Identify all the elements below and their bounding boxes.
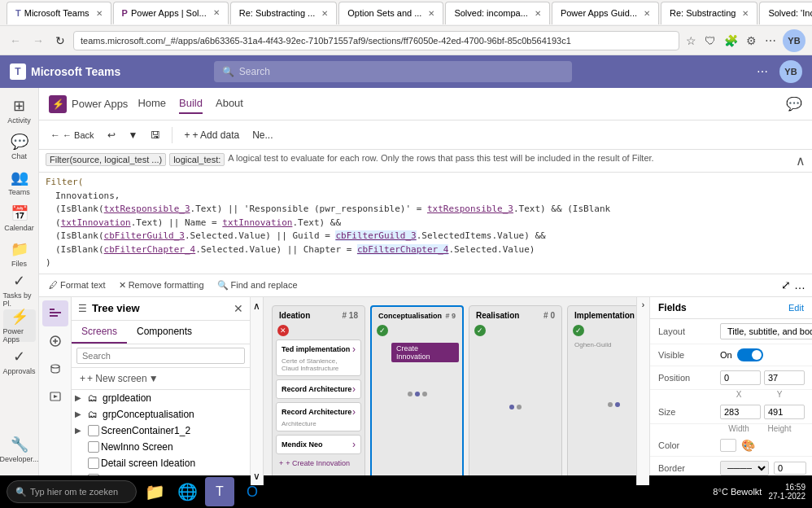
app-sidebar-insert[interactable] (42, 328, 68, 354)
tree-toggle-icon[interactable]: ▶ (75, 426, 86, 435)
create-innovation-mini[interactable]: Create Innovation (391, 343, 459, 362)
filter-collapse-btn[interactable]: ∧ (796, 153, 805, 169)
browser-tab-3[interactable]: Re: Substracting ... ✕ (230, 2, 338, 24)
canvas-card-3[interactable]: Record Architecture › Architecture (276, 402, 361, 431)
color-swatch[interactable] (720, 439, 736, 452)
settings-icon[interactable]: ⚙ (744, 33, 758, 49)
user-avatar[interactable]: YB (783, 29, 805, 52)
teams-more-button[interactable]: ⋯ (752, 64, 773, 80)
new-screen-btn[interactable]: + + New screen ▼ (76, 371, 162, 386)
browser-tab-8[interactable]: Solved: 'Incomp... ✕ (759, 2, 812, 24)
pa-nav-build[interactable]: Build (179, 94, 203, 114)
add-data-btn[interactable]: + + Add data (179, 127, 244, 143)
tab-close-4[interactable]: ✕ (428, 9, 434, 18)
collapse-panel-btn[interactable]: … (794, 278, 805, 291)
star-button[interactable]: ☆ (684, 33, 698, 49)
border-select[interactable]: ───── (720, 461, 769, 475)
taskbar-app-explorer[interactable]: 📁 (140, 477, 169, 506)
back-button[interactable]: ← (7, 33, 24, 49)
pa-chat-icon[interactable]: 💬 (786, 96, 802, 112)
canvas-card-1[interactable]: Ted implementation › Certe of Stanlence,… (276, 339, 361, 376)
browser-tab-6[interactable]: Power Apps Guid... ✕ (552, 2, 659, 24)
find-replace-btn[interactable]: 🔍 Find and replace (214, 278, 301, 292)
list-item[interactable]: ▶ Detail screen Ideation (72, 455, 250, 471)
tree-search-input[interactable] (76, 348, 245, 364)
card-arrow-1[interactable]: › (352, 344, 356, 355)
browser-tab-7[interactable]: Re: Substracting ✕ (661, 2, 757, 24)
tree-tab-screens[interactable]: Screens (72, 321, 127, 344)
sidebar-item-activity[interactable]: ⊞ Activity (3, 94, 36, 127)
tab-close-teams[interactable]: ✕ (96, 9, 103, 18)
tree-checkbox[interactable] (88, 441, 99, 453)
filter-source-tag[interactable]: Filter(source, logical_test ...) (46, 153, 166, 166)
menu-button[interactable]: ⋯ (763, 33, 778, 49)
sidebar-item-approvals[interactable]: ✓ Approvals (3, 345, 36, 378)
browser-tab-5[interactable]: Solved: incompa... ✕ (445, 2, 550, 24)
create-innovation-btn[interactable]: + + Create Innovation (276, 458, 361, 469)
redo-btn[interactable]: ▼ (124, 127, 143, 143)
tab-close-5[interactable]: ✕ (535, 9, 541, 18)
app-sidebar-media[interactable] (42, 383, 68, 409)
tree-checkbox[interactable] (88, 458, 99, 469)
undo-btn[interactable]: ↩ (103, 127, 120, 143)
position-y-input[interactable] (764, 370, 805, 385)
position-x-input[interactable] (720, 370, 761, 385)
pa-nav-about[interactable]: About (216, 94, 243, 114)
tree-close-btn[interactable]: ✕ (234, 302, 243, 315)
size-w-input[interactable] (720, 405, 761, 419)
remove-formatting-btn[interactable]: ✕ Remove formatting (116, 278, 207, 292)
card-arrow-3[interactable]: › (352, 406, 356, 418)
list-item[interactable]: ▶ ScreenContainer1_2 (72, 423, 250, 439)
sidebar-item-calendar[interactable]: 📅 Calendar (3, 202, 36, 234)
browser-tab-teams[interactable]: T Microsoft Teams ✕ (7, 2, 111, 24)
taskbar-app-teams[interactable]: T (205, 477, 234, 506)
canvas-scroll-down-btn[interactable]: ∨ (253, 471, 260, 482)
canvas-scroll[interactable]: Ideation # 18 ✕ Ted i (264, 297, 636, 486)
expand-btn[interactable]: ⤢ (781, 278, 791, 291)
props-edit-btn[interactable]: Edit (788, 303, 804, 313)
color-picker-icon[interactable]: 🎨 (741, 439, 755, 452)
tree-toggle-icon[interactable]: ▶ (75, 393, 86, 402)
format-text-btn[interactable]: 🖊 Format text (46, 278, 109, 291)
refresh-button[interactable]: ↻ (52, 33, 68, 49)
list-item[interactable]: ▶ 🗂 grpIdeation (72, 390, 250, 406)
sidebar-item-files[interactable]: 📁 Files (3, 238, 36, 270)
card-arrow-4[interactable]: › (352, 439, 356, 450)
toggle-track-visible[interactable] (737, 348, 763, 361)
sidebar-item-tasks[interactable]: ✓ Tasks by Pl. (3, 274, 36, 306)
canvas-card-2[interactable]: Record Architecture › (276, 379, 361, 399)
app-sidebar-tree[interactable] (42, 300, 68, 326)
pa-nav-home[interactable]: Home (138, 94, 166, 114)
extensions-icon[interactable]: 🧩 (723, 33, 740, 49)
canvas-scroll-up-btn[interactable]: ∧ (253, 300, 260, 312)
forward-button[interactable]: → (29, 33, 47, 49)
teams-search-input[interactable] (239, 66, 564, 77)
tab-close-7[interactable]: ✕ (742, 9, 749, 18)
tree-tab-components[interactable]: Components (127, 321, 202, 344)
save-btn[interactable]: 🖫 (146, 127, 165, 143)
shield-icon[interactable]: 🛡 (703, 33, 718, 49)
taskbar-search[interactable]: 🔍 Typ hier om te zoeken (7, 480, 137, 503)
border-value-input[interactable] (774, 462, 806, 475)
sidebar-item-teams[interactable]: 👥 Teams (3, 166, 36, 199)
sidebar-item-developer[interactable]: 🔧 Developer... (3, 433, 36, 466)
app-sidebar-data[interactable] (42, 356, 68, 382)
browser-tab-4[interactable]: Option Sets and ... ✕ (338, 2, 443, 24)
canvas-card-mendix[interactable]: Mendix Neo › (276, 435, 361, 454)
teams-user-avatar[interactable]: YB (779, 60, 802, 83)
browser-tab-powerapps[interactable]: P Power Apps | Sol... ✕ (113, 2, 229, 24)
taskbar-app-settings[interactable]: ⚙ (270, 477, 299, 506)
back-toolbar-btn[interactable]: ← ← Back (46, 127, 99, 143)
card-arrow-2[interactable]: › (352, 383, 356, 395)
layout-select[interactable]: Title, subtitle, and body (720, 323, 812, 339)
tab-close-3[interactable]: ✕ (321, 9, 328, 18)
list-item[interactable]: ▶ 🗂 grpConceptualisation (72, 406, 250, 423)
sidebar-item-powerapps[interactable]: ⚡ Power Apps (3, 309, 36, 342)
teams-search-bar[interactable]: 🔍 (214, 61, 572, 82)
tree-checkbox[interactable] (88, 425, 99, 436)
address-bar[interactable]: teams.microsoft.com/_#/apps/a6b63365-31a… (73, 31, 679, 50)
list-item[interactable]: ▶ NewInno Screen (72, 439, 250, 455)
tab-close-powerapps[interactable]: ✕ (213, 8, 220, 17)
sidebar-item-chat[interactable]: 💬 Chat (3, 130, 36, 163)
canvas-expand-right-btn[interactable]: › (642, 300, 644, 309)
